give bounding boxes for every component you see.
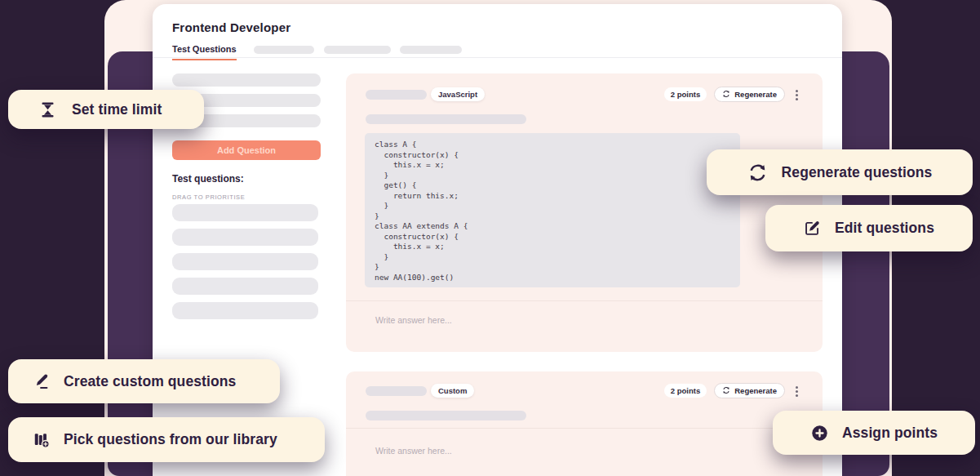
create-custom-questions-button[interactable]: Create custom questions <box>8 359 280 403</box>
drag-to-prioritise-hint: DRAG TO PRIORITISE <box>172 194 245 201</box>
question-drag-item[interactable] <box>172 253 318 270</box>
test-questions-label: Test questions: <box>172 173 244 185</box>
assign-points-button[interactable]: Assign points <box>773 411 975 455</box>
question-tag-badge: JavaScript <box>431 87 485 101</box>
question-drag-item[interactable] <box>172 204 318 221</box>
skeleton-bar <box>366 90 427 100</box>
callout-label: Pick questions from our library <box>64 431 277 448</box>
question-card: JavaScript 2 points Rege <box>346 73 823 352</box>
callout-label: Create custom questions <box>64 373 236 390</box>
more-options-icon[interactable] <box>796 386 798 389</box>
pick-questions-library-button[interactable]: Pick questions from our library <box>8 417 325 462</box>
callout-label: Regenerate questions <box>782 164 933 181</box>
skeleton-bar <box>366 411 526 420</box>
answer-input[interactable]: Write answer here... <box>375 446 452 456</box>
code-snippet: class A { constructor(x) { this.x = x; }… <box>365 133 740 287</box>
refresh-icon <box>722 90 730 100</box>
add-question-button[interactable]: Add Question <box>172 140 321 160</box>
callout-label: Edit questions <box>835 220 934 237</box>
regenerate-label: Regenerate <box>734 90 777 99</box>
questions-list: JavaScript 2 points Rege <box>346 4 823 476</box>
more-options-icon[interactable] <box>796 90 798 92</box>
answer-input[interactable]: Write answer here... <box>375 315 452 325</box>
regenerate-label: Regenerate <box>734 386 777 395</box>
divider <box>346 428 823 429</box>
pencil-line-icon <box>33 372 51 390</box>
question-tag-badge: Custom <box>431 384 474 398</box>
skeleton-bar <box>366 386 427 396</box>
edit-square-icon <box>804 220 821 237</box>
refresh-icon <box>747 162 768 183</box>
code-text: class A { constructor(x) { this.x = x; }… <box>375 140 730 282</box>
question-drag-item[interactable] <box>172 229 318 246</box>
tab-skeleton[interactable] <box>254 46 314 54</box>
question-drag-item[interactable] <box>172 302 318 319</box>
plus-circle-icon <box>810 424 829 443</box>
regenerate-button[interactable]: Regenerate <box>714 87 785 102</box>
page-title: Frontend Developer <box>172 20 290 34</box>
regenerate-button[interactable]: Regenerate <box>714 383 785 398</box>
question-drag-item[interactable] <box>172 278 318 295</box>
regenerate-questions-button[interactable]: Regenerate questions <box>707 149 973 195</box>
divider <box>346 300 823 301</box>
edit-questions-button[interactable]: Edit questions <box>765 205 973 251</box>
refresh-icon <box>722 386 730 396</box>
library-plus-icon <box>33 431 51 449</box>
callout-label: Set time limit <box>72 101 162 118</box>
skeleton-bar <box>172 73 321 87</box>
hourglass-icon <box>39 101 56 118</box>
set-time-limit-button[interactable]: Set time limit <box>8 90 204 129</box>
points-badge: 2 points <box>664 384 707 398</box>
app-window: Frontend Developer Test Questions Add Qu… <box>153 4 842 476</box>
points-badge: 2 points <box>664 87 707 101</box>
callout-label: Assign points <box>842 425 938 442</box>
skeleton-bar <box>366 114 526 124</box>
tab-test-questions[interactable]: Test Questions <box>172 44 237 60</box>
question-card: Custom 2 points Regenera <box>346 371 823 476</box>
